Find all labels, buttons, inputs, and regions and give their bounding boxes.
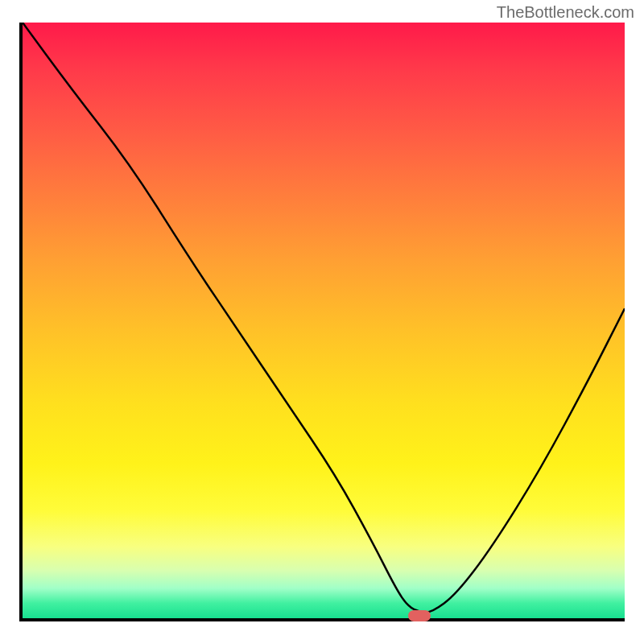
plot-area <box>19 23 625 621</box>
optimal-marker <box>408 610 431 621</box>
watermark-text: TheBottleneck.com <box>497 3 634 22</box>
bottleneck-curve <box>23 23 625 618</box>
